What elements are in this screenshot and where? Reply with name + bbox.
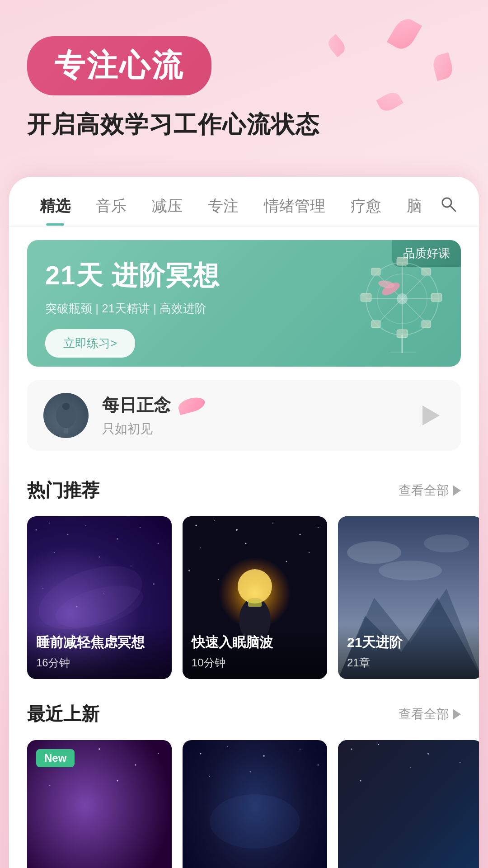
svg-point-54 — [188, 570, 190, 571]
svg-point-27 — [62, 403, 70, 410]
main-content-card: 精选 音乐 减压 专注 情绪管理 疗愈 脑 品质好课 — [9, 177, 479, 868]
hero-badge: 专注心流 — [27, 36, 211, 95]
card-overlay-2: 快速入眠脑波 10分钟 — [183, 624, 327, 679]
svg-point-75 — [200, 753, 202, 755]
svg-point-51 — [200, 547, 201, 548]
tab-heal[interactable]: 疗愈 — [338, 196, 394, 217]
hot-cards-row: 睡前减轻焦虑冥想 16分钟 — [9, 512, 479, 688]
petal-decoration — [177, 395, 206, 415]
svg-point-88 — [360, 780, 361, 782]
new-card-3[interactable] — [338, 740, 479, 868]
petal-decoration-2 — [431, 52, 455, 81]
hero-section: 专注心流 开启高效学习工作心流状态 — [0, 0, 488, 177]
svg-point-62 — [347, 541, 401, 564]
daily-mindfulness-card[interactable]: 每日正念 只如初见 — [27, 380, 461, 451]
card-meta-2: 10分钟 — [192, 656, 318, 670]
hot-section-header: 热门推荐 查看全部 — [9, 464, 479, 512]
svg-point-56 — [286, 561, 287, 562]
svg-point-64 — [379, 561, 442, 580]
svg-point-77 — [263, 755, 265, 757]
svg-point-84 — [351, 749, 352, 750]
tab-focus[interactable]: 专注 — [195, 196, 251, 217]
svg-point-80 — [209, 776, 210, 777]
svg-point-52 — [245, 543, 247, 544]
new-card-2[interactable] — [183, 740, 327, 868]
card-title-1: 睡前减轻焦虑冥想 — [36, 633, 163, 652]
new-card-bg-3 — [338, 740, 479, 868]
svg-point-87 — [460, 762, 460, 763]
svg-point-63 — [424, 534, 469, 552]
svg-point-32 — [117, 538, 118, 540]
card-meta-3: 21章 — [347, 656, 474, 670]
banner-card[interactable]: 品质好课 21天 进阶冥想 突破瓶颈 | 21天精讲 | 高效进阶 立即练习> — [27, 240, 461, 367]
banner-cta-button[interactable]: 立即练习> — [45, 329, 135, 358]
new-section-header: 最近上新 查看全部 — [9, 688, 479, 736]
svg-point-29 — [49, 523, 50, 524]
hot-card-2[interactable]: 快速入眠脑波 10分钟 — [183, 516, 327, 679]
svg-point-89 — [410, 767, 411, 768]
search-icon[interactable] — [435, 195, 462, 217]
tab-bar: 精选 音乐 减压 专注 情绪管理 疗愈 脑 — [9, 195, 479, 226]
svg-point-79 — [318, 764, 319, 766]
new-section-more[interactable]: 查看全部 — [399, 706, 461, 723]
banner-content: 21天 进阶冥想 突破瓶颈 | 21天精讲 | 高效进阶 立即练习> — [27, 240, 461, 367]
tab-brain[interactable]: 脑 — [394, 196, 435, 217]
new-card-1[interactable]: New — [27, 740, 172, 868]
svg-point-33 — [140, 527, 141, 528]
svg-point-82 — [210, 794, 300, 849]
new-card-bg-2 — [183, 740, 327, 868]
daily-title: 每日正念 — [102, 394, 404, 417]
svg-point-86 — [427, 753, 429, 755]
svg-point-47 — [236, 529, 238, 531]
new-section-title: 最近上新 — [27, 702, 99, 726]
svg-point-46 — [214, 520, 215, 521]
card-title-3: 21天进阶 — [347, 633, 474, 652]
card-title-2: 快速入眠脑波 — [192, 633, 318, 652]
card-overlay-3: 21天进阶 21章 — [338, 624, 479, 679]
petal-decoration-1 — [387, 14, 422, 53]
svg-point-81 — [250, 771, 251, 773]
tab-emotion[interactable]: 情绪管理 — [251, 196, 338, 217]
svg-point-45 — [196, 525, 197, 526]
svg-point-55 — [218, 579, 219, 580]
svg-line-1 — [450, 206, 455, 211]
svg-point-28 — [36, 529, 37, 531]
svg-point-74 — [117, 780, 118, 782]
hot-card-1[interactable]: 睡前减轻焦虑冥想 16分钟 — [27, 516, 172, 679]
svg-rect-60 — [248, 600, 262, 607]
svg-point-36 — [99, 557, 100, 558]
hot-card-3[interactable]: 21天进阶 21章 — [338, 516, 479, 679]
svg-point-30 — [67, 534, 69, 535]
avatar-image — [43, 393, 89, 438]
svg-point-78 — [300, 749, 300, 750]
daily-subtitle: 只如初见 — [102, 420, 404, 438]
svg-point-73 — [49, 785, 50, 786]
card-meta-1: 16分钟 — [36, 656, 163, 670]
svg-point-48 — [272, 523, 273, 524]
hot-section-more[interactable]: 查看全部 — [399, 482, 461, 499]
svg-point-59 — [238, 569, 272, 604]
svg-point-72 — [158, 753, 159, 754]
card-overlay-1: 睡前减轻焦虑冥想 16分钟 — [27, 624, 172, 679]
svg-point-37 — [131, 566, 131, 566]
daily-avatar — [43, 393, 89, 438]
tab-music[interactable]: 音乐 — [83, 196, 139, 217]
svg-point-70 — [99, 748, 100, 750]
banner-desc: 突破瓶颈 | 21天精讲 | 高效进阶 — [45, 301, 443, 316]
svg-point-49 — [300, 534, 301, 535]
svg-point-71 — [135, 764, 136, 766]
petal-decoration-4 — [325, 34, 348, 57]
svg-rect-83 — [338, 740, 479, 868]
hero-subtitle: 开启高效学习工作心流状态 — [27, 109, 461, 141]
banner-title: 21天 进阶冥想 — [45, 258, 443, 293]
svg-point-85 — [378, 744, 379, 745]
svg-point-35 — [54, 552, 55, 553]
new-cards-row: New — [9, 736, 479, 868]
chevron-right-icon — [453, 485, 461, 496]
svg-point-39 — [42, 588, 43, 589]
chevron-right-icon-2 — [453, 709, 461, 720]
tab-jingxuan[interactable]: 精选 — [27, 196, 83, 217]
daily-info: 每日正念 只如初见 — [102, 394, 404, 438]
play-button[interactable] — [418, 402, 445, 429]
tab-relax[interactable]: 减压 — [139, 196, 195, 217]
